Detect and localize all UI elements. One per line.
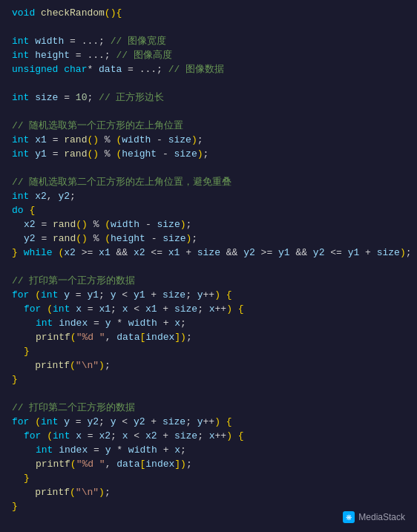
code-token: ): [191, 133, 197, 147]
code-token: int: [12, 48, 29, 62]
code-token: data: [116, 330, 139, 344]
code-token: while: [24, 246, 53, 260]
code-token: (: [58, 246, 64, 260]
code-token: y1: [278, 246, 290, 260]
code-line: [0, 260, 417, 274]
code-token: ++: [203, 415, 215, 429]
code-token: ;: [87, 91, 93, 105]
code-token: data: [116, 457, 139, 471]
code-token: ): [400, 246, 406, 260]
code-token: int: [36, 316, 53, 330]
code-token: [53, 246, 59, 260]
code-line: }: [0, 372, 417, 387]
watermark-icon: ❋: [343, 511, 355, 523]
code-token: "\n": [76, 358, 99, 372]
code-token: for: [24, 302, 41, 316]
code-token: (: [105, 217, 111, 231]
code-token: }: [12, 372, 18, 387]
code-token: x: [76, 302, 82, 316]
code-token: ;: [186, 457, 192, 471]
code-token: y: [197, 288, 203, 302]
code-token: +: [145, 415, 162, 429]
code-token: =: [47, 147, 64, 161]
code-token: (: [70, 330, 76, 344]
code-token: x2: [24, 217, 36, 231]
code-token: ;: [180, 443, 186, 457]
code-token: [29, 189, 35, 203]
code-token: +: [157, 429, 174, 443]
code-token: x: [122, 302, 128, 316]
code-token: ;: [70, 189, 76, 203]
code-token: ): [180, 457, 186, 471]
code-token: // 打印第一个正方形的数据: [12, 274, 135, 288]
code-token: ;: [203, 147, 209, 161]
code-token: = ...;: [64, 34, 105, 48]
code-token: ++: [215, 429, 227, 443]
code-token: // 图像数据: [168, 62, 224, 76]
code-token: x1: [99, 246, 111, 260]
code-token: size: [157, 217, 180, 231]
code-token: {: [238, 302, 244, 316]
code-token: int: [53, 302, 70, 316]
code-line: for (int y = y1; y < y1 + size; y++) {: [0, 288, 417, 302]
code-token: ++: [203, 288, 215, 302]
code-token: = ...;: [70, 48, 111, 62]
code-token: ;: [185, 415, 197, 429]
code-token: size: [162, 415, 185, 429]
code-token: y: [64, 415, 70, 429]
code-token: ;: [105, 358, 111, 372]
code-token: ): [180, 330, 186, 344]
code-token: int: [53, 429, 70, 443]
code-token: index: [145, 457, 174, 471]
code-token: y2: [24, 231, 36, 246]
code-token: [53, 316, 59, 330]
code-token: x2: [99, 429, 111, 443]
code-token: ;: [186, 217, 192, 231]
code-token: int: [36, 443, 53, 457]
code-token: }: [24, 471, 30, 485]
code-token: >=: [76, 246, 99, 260]
code-token: x1: [35, 133, 47, 147]
code-token: }: [12, 499, 18, 513]
code-token: ): [214, 415, 220, 429]
code-token: x: [174, 443, 180, 457]
code-token: [12, 485, 35, 499]
code-token: (: [47, 429, 53, 443]
code-token: index: [59, 316, 88, 330]
code-token: ;: [185, 288, 197, 302]
code-token: [162, 62, 168, 76]
code-token: // 随机选取第一个正方形的左上角位置: [12, 119, 183, 133]
code-token: [29, 288, 35, 302]
code-token: do: [12, 203, 24, 217]
code-line: unsigned char* data = ...; // 图像数据: [0, 62, 417, 76]
code-token: index: [59, 443, 88, 457]
code-token: [58, 62, 64, 76]
code-line: int index = y * width + x;: [0, 443, 417, 457]
code-token: width: [122, 133, 151, 147]
code-token: <=: [324, 246, 347, 260]
code-token: int: [41, 288, 58, 302]
code-token: =: [36, 231, 53, 246]
code-token: %: [99, 147, 116, 161]
code-line: }: [0, 344, 417, 358]
code-token: int: [12, 147, 29, 161]
code-token: printf: [35, 485, 70, 499]
code-token: y2: [134, 415, 145, 429]
code-token: ): [214, 288, 220, 302]
code-token: int: [12, 91, 29, 105]
code-token: *: [111, 316, 128, 330]
code-token: x2: [134, 246, 145, 260]
code-token: ;: [111, 302, 122, 316]
code-token: =: [82, 302, 99, 316]
code-token: unsigned: [12, 62, 58, 76]
code-token: ): [180, 217, 186, 231]
code-token: width: [35, 34, 64, 48]
code-token: (: [105, 231, 111, 246]
code-token: +: [180, 246, 197, 260]
code-line: int size = 10; // 正方形边长: [0, 91, 417, 105]
code-line: do {: [0, 203, 417, 217]
code-token: [: [139, 457, 145, 471]
code-token: [232, 429, 238, 443]
code-token: ;: [197, 133, 203, 147]
code-token: ;: [186, 330, 192, 344]
